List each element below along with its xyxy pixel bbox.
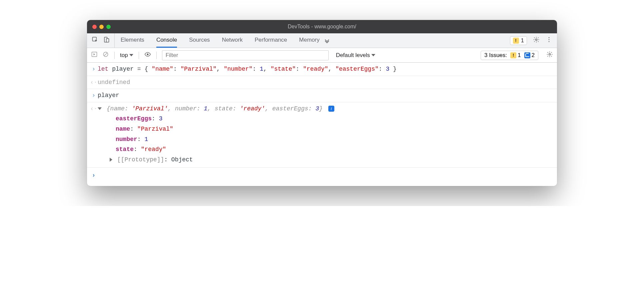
panel-tabs-bar: Elements Console Sources Network Perform… (87, 33, 557, 48)
issues-button[interactable]: 3 Issues: 1 2 (481, 51, 538, 60)
object-property[interactable]: number: 1 (116, 134, 554, 145)
object-summary-text: {name: 'Parzival', number: 1, state: 're… (107, 105, 323, 112)
minimize-window-button[interactable] (99, 25, 104, 29)
kebab-menu-icon[interactable] (546, 36, 552, 45)
context-selector[interactable]: top (120, 52, 133, 59)
tab-memory[interactable]: Memory (299, 33, 319, 48)
divider (156, 52, 157, 59)
object-property[interactable]: easterEggs: 3 (116, 114, 554, 124)
svg-rect-2 (106, 39, 109, 42)
prompt-icon: › (90, 170, 98, 181)
issues-info-badge: 2 (524, 52, 535, 59)
log-levels-selector[interactable]: Default levels (336, 52, 375, 59)
return-icon: ‹· (90, 77, 98, 88)
console-input-code: player (98, 90, 554, 101)
warning-icon (510, 52, 516, 58)
device-toggle-icon[interactable] (103, 36, 110, 45)
disclosure-triangle-right-icon[interactable] (110, 158, 112, 162)
clear-console-icon[interactable] (102, 51, 109, 59)
tab-elements[interactable]: Elements (121, 33, 144, 48)
issues-warning-count: 1 (518, 52, 521, 59)
inspect-element-icon[interactable] (92, 36, 98, 45)
object-property[interactable]: name: "Parzival" (116, 124, 554, 134)
console-toolbar: top Default levels 3 Issues: 1 2 (87, 48, 557, 63)
log-levels-label: Default levels (336, 52, 370, 59)
issues-warning-badge: 1 (510, 52, 521, 59)
context-label: top (120, 52, 128, 59)
hidden-warnings-count: 1 (521, 37, 524, 44)
svg-point-3 (536, 39, 537, 41)
prompt-icon: › (90, 64, 98, 74)
svg-point-6 (549, 41, 550, 42)
object-summary[interactable]: {name: 'Parzival', number: 1, state: 're… (98, 104, 554, 114)
hidden-warnings-badge[interactable]: 1 (510, 36, 527, 45)
info-i-icon[interactable]: i (328, 106, 334, 112)
tab-network[interactable]: Network (222, 33, 243, 48)
issues-info-count: 2 (532, 52, 535, 59)
console-input-row[interactable]: › player (87, 89, 557, 102)
maximize-window-button[interactable] (106, 25, 111, 29)
console-input-row[interactable]: › let player = { "name": "Parzival", "nu… (87, 63, 557, 76)
object-prototype[interactable]: [[Prototype]]: Object (98, 155, 554, 165)
tab-performance[interactable]: Performance (255, 33, 287, 48)
filter-input[interactable] (162, 50, 329, 60)
console-object-row: ‹· {name: 'Parzival', number: 1, state: … (87, 102, 557, 168)
disclosure-triangle-down-icon[interactable] (98, 107, 102, 110)
console-prompt-row[interactable]: › (87, 168, 557, 186)
tab-console[interactable]: Console (156, 33, 177, 48)
divider (139, 52, 139, 59)
window-title: DevTools - www.google.com/ (87, 24, 557, 30)
window-controls (92, 25, 111, 29)
settings-gear-icon[interactable] (533, 36, 540, 45)
console-prompt-input[interactable] (98, 170, 554, 181)
object-property[interactable]: state: "ready" (116, 144, 554, 155)
live-expression-eye-icon[interactable] (144, 51, 151, 59)
divider (114, 52, 115, 59)
more-tabs-button[interactable] (320, 33, 334, 48)
object-properties: easterEggs: 3 name: "Parzival" number: 1… (98, 114, 554, 154)
close-window-button[interactable] (92, 25, 97, 29)
console-result-text: undefined (98, 77, 554, 88)
devtools-window: DevTools - www.google.com/ Elements Cons… (87, 20, 557, 186)
console-settings-gear-icon[interactable] (546, 51, 553, 59)
issues-label: 3 Issues: (484, 52, 507, 59)
svg-point-10 (147, 54, 148, 55)
prompt-icon: › (90, 90, 98, 101)
svg-point-4 (549, 37, 550, 38)
svg-point-5 (549, 39, 550, 40)
svg-point-11 (549, 54, 551, 55)
info-icon (524, 52, 530, 58)
console-result-row: ‹· undefined (87, 76, 557, 89)
svg-line-9 (104, 53, 107, 56)
titlebar: DevTools - www.google.com/ (87, 20, 557, 33)
chevron-down-icon (371, 54, 375, 56)
return-icon: ‹· (90, 104, 98, 165)
tab-sources[interactable]: Sources (189, 33, 210, 48)
warning-icon (513, 38, 519, 44)
panel-tabs: Elements Console Sources Network Perform… (115, 33, 320, 48)
console-input-code: let player = { "name": "Parzival", "numb… (98, 64, 554, 74)
chevron-down-icon (129, 54, 133, 56)
toggle-drawer-icon[interactable] (91, 51, 98, 59)
console-output: › let player = { "name": "Parzival", "nu… (87, 63, 557, 186)
